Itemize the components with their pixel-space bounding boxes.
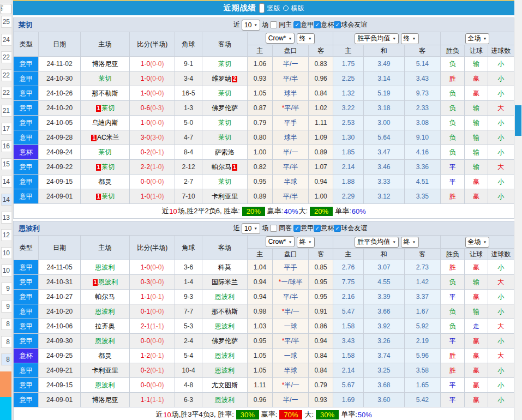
handicap-result-cell: 赢	[465, 175, 488, 189]
match-date: 24-09-22	[39, 160, 81, 175]
result-cell: 胜	[441, 260, 465, 275]
vertical-layout-radio[interactable]	[259, 3, 265, 13]
home-team-cell: 1莱切	[80, 160, 130, 175]
handicap-text: 一球	[284, 322, 297, 330]
score-cell: 0-0(0-0)	[130, 175, 175, 189]
half-time-score: (0-0)	[150, 337, 164, 345]
chevron-down-icon: ▼	[483, 37, 487, 40]
corner-count: 4-8	[175, 378, 202, 393]
mean-home-odds: 2.25	[333, 71, 363, 86]
score-cell: 3-0(3-0)	[130, 130, 175, 145]
score-cell: 1-0(0-0)	[130, 116, 175, 130]
handicap-text: 平/半	[284, 337, 299, 345]
home-odds: 1.05	[247, 363, 272, 378]
goals-size-cell: 大	[488, 319, 514, 334]
rate-badge: 20%	[242, 207, 265, 216]
full-match-select[interactable]: 全场▼	[465, 33, 490, 44]
sub-header: 客	[404, 45, 440, 57]
same-venue-checkbox[interactable]	[270, 225, 277, 232]
match-date: 24-10-26	[39, 86, 81, 101]
half-time-score: (3-0)	[150, 134, 164, 141]
odds-final-select[interactable]: 终▼	[297, 237, 315, 248]
corner-count: 7-7	[175, 304, 202, 319]
handicap-text: 半/一	[283, 148, 298, 156]
league-filter-checkbox[interactable]: ✓	[334, 225, 341, 232]
scrollbar-thumb[interactable]	[515, 105, 521, 136]
league-badge: 意甲	[14, 378, 38, 392]
home-odds: 0.89	[247, 189, 272, 204]
full-time-score: 1-0	[141, 119, 150, 127]
handicap-cell: 球半	[273, 130, 309, 145]
corner-count: 5-0	[175, 116, 202, 130]
left-number-cell: 22	[1, 69, 11, 81]
recent-count-select[interactable]: 10 ▼	[242, 223, 260, 234]
away-team-cell: 那不勒斯	[202, 304, 248, 319]
full-time-score: 0-6	[141, 104, 150, 112]
match-row: 意甲24-09-281AC米兰3-0(3-0)4-7莱切0.80球半1.091.…	[14, 130, 514, 145]
league-type-cell: 意甲	[14, 86, 39, 101]
match-row: 意甲24-09-01博洛尼亚1-1(1-1)6-3恩波利0.96半/一0.931…	[14, 393, 514, 407]
home-team-name: 拉齐奥	[95, 322, 115, 330]
clipped-char: 客	[1, 4, 4, 13]
sub-header: 客	[309, 249, 333, 260]
home-odds: 1.03	[247, 319, 272, 334]
league-filter-checkbox[interactable]: ✓	[314, 21, 321, 28]
sub-header: 让球	[465, 45, 488, 57]
handicap-cell: 一球	[273, 349, 309, 363]
title-bar: 近期战绩 竖版 横版	[13, 0, 514, 15]
sub-header: 和	[364, 45, 404, 57]
mean-home-odds: 1.69	[333, 393, 363, 407]
half-time-score: (0-0)	[150, 60, 164, 68]
result-cell: 负	[441, 145, 465, 160]
mean-select[interactable]: 胜平负均值▼	[355, 33, 399, 44]
home-team-name: 恩波利	[95, 308, 115, 315]
match-date: 24-10-06	[39, 319, 81, 334]
handicap-result-cell: 走	[465, 319, 488, 334]
recent-count-select[interactable]: 10 ▼	[242, 20, 260, 31]
match-date: 24-10-31	[39, 275, 81, 290]
mean-away-odds: 3.43	[404, 71, 440, 86]
mean-away-odds: 5.42	[404, 393, 440, 407]
odds-final-select[interactable]: 终▼	[297, 33, 315, 44]
red-card-badge: 1	[96, 194, 101, 200]
team-section-header: 莱切 近 10 ▼ 场 同主 ✓意甲✓意杯✓球会友谊	[13, 17, 514, 32]
home-team-cell: 都灵	[80, 349, 130, 363]
odds-company-select[interactable]: Crow*▼	[266, 33, 295, 44]
mean-draw-odds: 3.14	[364, 71, 404, 86]
full-time-score: 0-2	[141, 367, 150, 374]
handicap-text: 一球	[284, 352, 297, 359]
same-venue-checkbox[interactable]	[270, 21, 277, 28]
handicap-text: 半/一	[284, 308, 299, 315]
league-badge: 意甲	[14, 334, 38, 348]
recent-count-value: 10	[244, 225, 251, 232]
mean-select[interactable]: 胜平负均值▼	[355, 237, 399, 248]
home-odds: 1.00	[247, 145, 272, 160]
away-team-name: 帕尔马	[212, 163, 231, 171]
league-filter-checkbox[interactable]: ✓	[293, 225, 301, 232]
scrollbar-track[interactable]	[514, 0, 522, 420]
league-filter-checkbox[interactable]: ✓	[293, 21, 301, 28]
away-team-cell: 莱切	[202, 57, 248, 71]
home-team-cell: 那不勒斯	[80, 86, 130, 101]
odds-company-select[interactable]: Crow*▼	[266, 236, 295, 247]
match-date: 24-09-24	[39, 145, 81, 160]
league-badge: 意甲	[14, 275, 38, 289]
league-filter-checkbox[interactable]: ✓	[334, 21, 341, 28]
half-time-score: (0-0)	[150, 263, 164, 271]
league-filter-label: 意杯	[321, 224, 334, 233]
goals-size-cell: 大	[488, 160, 514, 175]
mean-final-select[interactable]: 终▼	[401, 237, 419, 248]
half-time-score: (0-3)	[150, 104, 164, 112]
horizontal-layout-radio[interactable]	[283, 5, 289, 11]
score-cell: 2-2(1-0)	[130, 160, 175, 175]
result-cell: 平	[441, 160, 465, 175]
handicap-cell: 半/一	[273, 145, 309, 160]
away-team-name: 那不勒斯	[212, 308, 238, 315]
mean-home-odds: 2.29	[333, 189, 363, 204]
league-badge: 意甲	[14, 319, 38, 333]
corner-count: 3-6	[175, 260, 202, 275]
corner-count: 1-3	[175, 101, 202, 116]
full-match-select[interactable]: 全场▼	[465, 237, 490, 248]
mean-final-select[interactable]: 终▼	[401, 33, 419, 44]
league-filter-checkbox[interactable]: ✓	[314, 225, 321, 232]
